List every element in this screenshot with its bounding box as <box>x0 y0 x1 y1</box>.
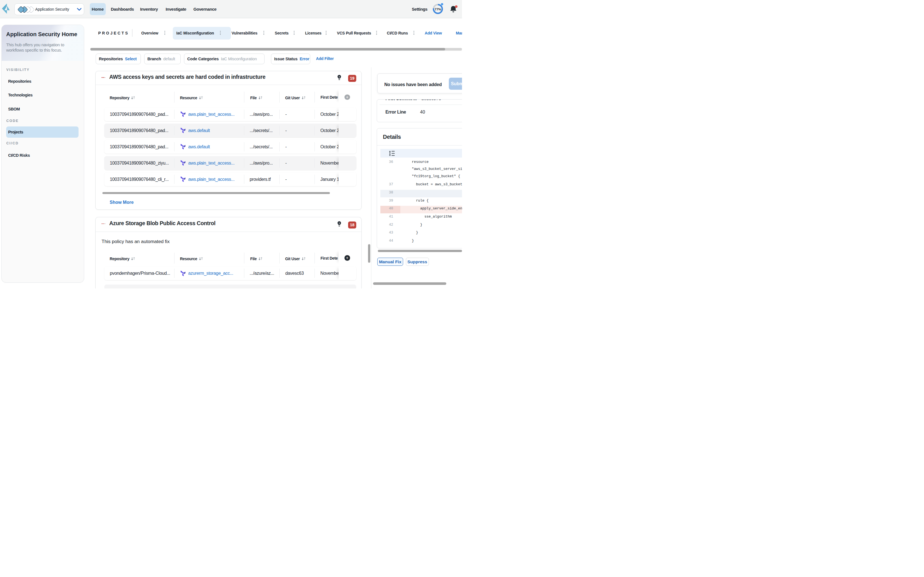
svg-text:77%: 77% <box>435 7 441 11</box>
